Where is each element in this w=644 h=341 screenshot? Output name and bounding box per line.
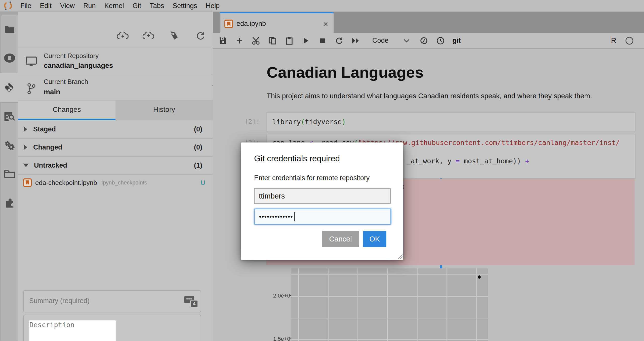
- git-push-button[interactable]: [142, 30, 154, 42]
- username-field[interactable]: [254, 188, 391, 204]
- sidebar-item-running[interactable]: [1, 44, 18, 72]
- sidebar-item-files[interactable]: [1, 15, 18, 44]
- ok-button-label: OK: [370, 235, 380, 243]
- property-inspector-icon: [4, 112, 15, 122]
- save-icon[interactable]: [216, 35, 229, 46]
- password-masked-value: •••••••••••••: [259, 213, 293, 220]
- left-activity-bar: [0, 12, 18, 341]
- paste-icon[interactable]: [283, 35, 296, 46]
- file-path: .ipynb_checkpoints: [100, 179, 147, 186]
- tab-history[interactable]: History: [115, 101, 213, 120]
- menu-settings[interactable]: Settings: [168, 2, 202, 10]
- history-clock-icon[interactable]: [434, 35, 447, 46]
- sidebar-item-inspector[interactable]: [1, 103, 18, 131]
- chevron-right-icon: [24, 126, 27, 132]
- ok-button[interactable]: OK: [363, 231, 386, 247]
- section-untracked-label: Untracked: [34, 162, 67, 169]
- commit-summary-input[interactable]: [29, 297, 193, 305]
- dock-tab-bar: eda.ipynb ×: [213, 12, 644, 33]
- code-token: (: [301, 118, 305, 126]
- code-token: _at_work, y: [407, 157, 456, 165]
- notebook-file-icon: [23, 178, 32, 187]
- notebook-intro: This project aims to understand what lan…: [267, 92, 592, 100]
- run-icon[interactable]: [299, 35, 312, 46]
- jupyterlab-window: { "menu": { "items": ["File","Edit","Vie…: [0, 0, 644, 341]
- dialog-resize-handle[interactable]: [397, 254, 403, 259]
- section-changed-label: Changed: [33, 143, 62, 151]
- dialog-title: Git credentials required: [254, 154, 340, 163]
- notebook-toolbar: Code git R: [213, 33, 644, 49]
- extensions-puzzle-icon: [4, 198, 15, 208]
- refresh-icon[interactable]: [194, 30, 207, 42]
- commit-summary-field[interactable]: ••• 4: [23, 290, 201, 312]
- git-sidebar-panel: Current Repository canadian_languages Cu…: [18, 12, 214, 341]
- git-tag-button[interactable]: [168, 30, 180, 42]
- tab-eda-ipynb[interactable]: eda.ipynb ×: [220, 12, 334, 34]
- restart-kernel-icon[interactable]: [333, 35, 346, 46]
- autofill-keypass-icon[interactable]: ••• 4: [184, 295, 197, 307]
- code-token: library: [272, 118, 301, 126]
- code-token: tidyverse: [305, 118, 342, 126]
- dialog-message: Enter credentials for remote repository: [254, 174, 370, 182]
- section-staged-count: (0): [194, 125, 202, 133]
- git-credentials-dialog: Git credentials required Enter credentia…: [241, 142, 403, 260]
- close-icon[interactable]: ×: [323, 20, 328, 28]
- menu-kernel[interactable]: Kernel: [100, 2, 128, 10]
- tab-changes-label: Changes: [53, 106, 81, 114]
- cancel-button[interactable]: Cancel: [322, 231, 359, 247]
- section-untracked-count: (1): [194, 162, 202, 169]
- sidebar-item-filebrowser-alt[interactable]: [1, 160, 18, 188]
- chevron-down-icon: [23, 164, 29, 167]
- file-name: eda-checkpoint.ipynb: [35, 179, 97, 187]
- code-token: most_at_home)): [460, 157, 525, 165]
- sidebar-item-extensions[interactable]: [1, 188, 18, 217]
- git-pull-button[interactable]: [117, 30, 129, 42]
- sidebar-item-git[interactable]: [0, 73, 18, 102]
- section-staged-label: Staged: [33, 125, 56, 133]
- tab-changes[interactable]: Changes: [18, 101, 115, 120]
- commit-description-field[interactable]: [23, 315, 201, 341]
- code-token: ): [342, 118, 346, 126]
- plot-tick-mark: [289, 338, 291, 339]
- section-staged[interactable]: Staged (0): [18, 120, 213, 139]
- current-branch-name: main: [44, 88, 60, 96]
- chevron-right-icon: [24, 144, 27, 150]
- cell1-prompt: [2]:: [245, 118, 260, 125]
- current-branch-label: Current Branch: [44, 78, 88, 86]
- kernel-status-icon[interactable]: [625, 36, 634, 45]
- file-row-eda-checkpoint[interactable]: eda-checkpoint.ipynb .ipynb_checkpoints …: [18, 174, 213, 191]
- section-changed-count: (0): [194, 143, 202, 151]
- menu-file[interactable]: File: [16, 2, 36, 10]
- cell-type-dropdown[interactable]: Code: [372, 37, 389, 44]
- menu-view[interactable]: View: [56, 2, 79, 10]
- commit-description-input[interactable]: [29, 320, 116, 341]
- section-changed[interactable]: Changed (0): [18, 138, 213, 157]
- notebook-file-icon: [224, 20, 233, 28]
- stop-icon[interactable]: [316, 35, 329, 46]
- copy-icon[interactable]: [266, 35, 279, 46]
- scatter-point: [478, 275, 481, 279]
- restart-run-all-icon[interactable]: [349, 35, 362, 46]
- scatter-plot-panel: [291, 268, 488, 341]
- add-cell-icon[interactable]: [233, 35, 246, 46]
- menu-git[interactable]: Git: [128, 2, 146, 10]
- git-diff-circle-icon[interactable]: [417, 35, 430, 46]
- open-folder-icon: [4, 170, 15, 178]
- plot-tick-mark: [289, 295, 291, 296]
- tab-title: eda.ipynb: [236, 20, 266, 28]
- menu-edit[interactable]: Edit: [36, 2, 56, 10]
- app-logo-icon: [0, 1, 16, 10]
- cut-icon[interactable]: [250, 35, 263, 46]
- menu-help[interactable]: Help: [202, 2, 224, 10]
- file-status-badge: U: [200, 179, 205, 187]
- sidebar-item-settings[interactable]: [1, 131, 18, 160]
- menu-tabs[interactable]: Tabs: [145, 2, 168, 10]
- password-field[interactable]: •••••••••••••: [254, 209, 391, 225]
- cell1-input[interactable]: library(tidyverse): [266, 112, 635, 131]
- section-untracked[interactable]: Untracked (1): [18, 156, 213, 175]
- menu-run[interactable]: Run: [79, 2, 100, 10]
- kernel-name-label[interactable]: R: [611, 36, 616, 45]
- chevron-down-icon[interactable]: [403, 39, 410, 43]
- notebook-title: Canadian Languages: [267, 63, 424, 81]
- current-repository-name: canadian_languages: [44, 62, 113, 70]
